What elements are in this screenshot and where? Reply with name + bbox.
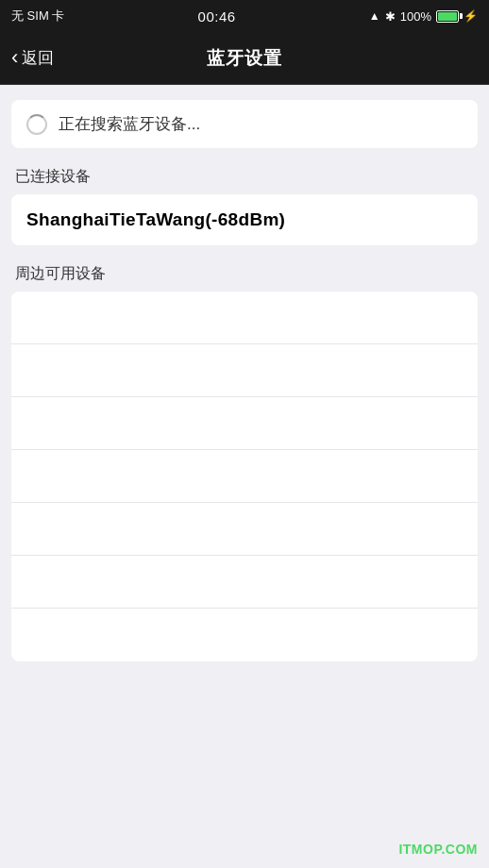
searching-row: 正在搜索蓝牙设备... — [11, 100, 478, 148]
charge-icon: ⚡ — [464, 9, 478, 23]
nearby-device-row-4[interactable] — [11, 450, 478, 503]
searching-text: 正在搜索蓝牙设备... — [59, 113, 200, 135]
nearby-device-row-1[interactable] — [11, 292, 478, 344]
loading-spinner — [26, 114, 47, 135]
status-bar: 无 SIM 卡 00:46 ▲ ✱ 100% ⚡ — [0, 0, 489, 32]
nearby-device-row-7[interactable] — [11, 609, 478, 661]
nearby-device-row-6[interactable] — [11, 556, 478, 609]
watermark: ITMOP.COM — [398, 842, 478, 857]
battery-fill — [438, 12, 457, 21]
nearby-device-row-5[interactable] — [11, 503, 478, 556]
searching-card: 正在搜索蓝牙设备... — [11, 100, 478, 148]
bluetooth-icon: ✱ — [385, 9, 396, 24]
location-icon: ▲ — [369, 9, 380, 23]
back-label: 返回 — [22, 47, 54, 69]
connected-device-card[interactable]: ShanghaiTieTaWang(-68dBm) — [11, 194, 478, 245]
connected-device-name: ShanghaiTieTaWang(-68dBm) — [26, 209, 285, 229]
back-chevron-icon: ‹ — [11, 47, 18, 68]
connected-section-header: 已连接设备 — [0, 148, 489, 194]
status-bar-right: ▲ ✱ 100% ⚡ — [369, 9, 478, 24]
nearby-devices-card — [11, 292, 478, 661]
status-bar-left: 无 SIM 卡 — [11, 8, 64, 25]
battery-percent: 100% — [400, 9, 431, 24]
back-button[interactable]: ‹ 返回 — [11, 47, 54, 69]
battery-container — [436, 10, 459, 23]
nav-bar: ‹ 返回 蓝牙设置 — [0, 32, 489, 85]
page-title: 蓝牙设置 — [207, 46, 282, 71]
nearby-section-header: 周边可用设备 — [0, 245, 489, 292]
nearby-device-row-2[interactable] — [11, 344, 478, 397]
nearby-device-row-3[interactable] — [11, 397, 478, 450]
main-content: 正在搜索蓝牙设备... 已连接设备 ShanghaiTieTaWang(-68d… — [0, 85, 489, 676]
battery-icon — [436, 10, 459, 23]
sim-status: 无 SIM 卡 — [11, 8, 64, 25]
status-bar-time: 00:46 — [198, 8, 236, 25]
